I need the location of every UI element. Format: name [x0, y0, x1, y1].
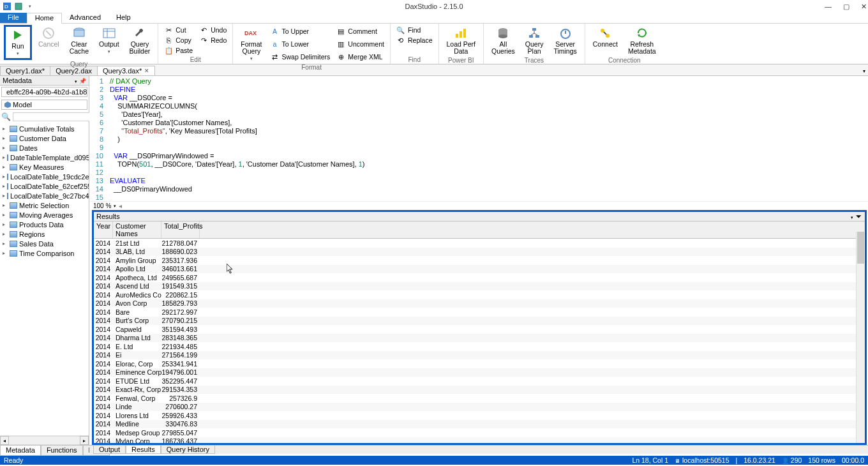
maximize-button[interactable]: ▢ — [843, 3, 849, 11]
tree-item[interactable]: ▸Products Data — [0, 220, 89, 229]
scroll-left-icon[interactable]: ◂ — [0, 436, 9, 445]
all-queries-button[interactable]: All Queries — [488, 25, 519, 56]
tree-item[interactable]: ▸Key Measures — [0, 162, 89, 172]
table-row[interactable]: 2014Linde270600.27 — [94, 403, 865, 412]
table-row[interactable]: 2014Eminence Corp194796.001 — [94, 368, 865, 377]
doctab-dropdown-icon[interactable]: ▾ — [860, 67, 868, 75]
scroll-right-icon[interactable]: ▸ — [80, 436, 89, 445]
database-selector[interactable]: ebffc284-a09b-4b2d-a1b8- ▾ — [1, 87, 87, 97]
tree-item[interactable]: ▸Cumulative Totals — [0, 124, 89, 133]
code-editor[interactable]: 123456789101112131415161718 // DAX Query… — [89, 76, 868, 210]
tree-item[interactable]: ▸Sales Data — [0, 239, 89, 248]
table-row[interactable]: 2014Amylin Group235317.936 — [94, 256, 865, 265]
pin-icon[interactable]: 📌 — [79, 78, 86, 84]
table-row[interactable]: 2014AuroMedics Corp220862.15 — [94, 290, 865, 299]
expand-icon[interactable]: ▸ — [3, 202, 8, 208]
undo-button[interactable]: ↶Undo — [197, 25, 228, 35]
tree-item[interactable]: ▸LocalDateTable_19cdc2e1- — [0, 172, 89, 181]
expand-icon[interactable]: ▸ — [3, 164, 8, 170]
results-v-scrollbar[interactable] — [856, 232, 865, 443]
expand-icon[interactable]: ▸ — [3, 183, 5, 189]
results-pin-icon[interactable]: ⏷ — [855, 213, 862, 220]
cancel-button[interactable]: Cancel — [34, 25, 63, 60]
expand-icon[interactable]: ▸ — [3, 212, 8, 218]
comment-button[interactable]: ▤Comment — [334, 26, 386, 36]
table-row[interactable]: 2014Ascend Ltd191549.315 — [94, 282, 865, 291]
metadata-btab[interactable]: Metadata — [0, 445, 41, 456]
expand-icon[interactable]: ▸ — [3, 231, 8, 237]
load-perf-data-button[interactable]: Load Perf Data — [443, 25, 480, 56]
redo-button[interactable]: ↷Redo — [197, 35, 228, 45]
table-row[interactable]: 2014Apollo Ltd346013.661 — [94, 265, 865, 274]
query-builder-button[interactable]: Query Builder — [126, 25, 154, 60]
cut-button[interactable]: ✂Cut — [162, 25, 195, 35]
table-row[interactable]: 2014Bare292172.997 — [94, 308, 865, 317]
expand-icon[interactable]: ▸ — [3, 145, 8, 151]
table-row[interactable]: 2014ETUDE Ltd352295.447 — [94, 377, 865, 386]
output-btab[interactable]: Results — [126, 445, 161, 454]
h-scrollbar[interactable]: ◂ ▸ — [0, 435, 89, 445]
clear-cache-button[interactable]: Clear Cache — [66, 25, 93, 60]
tab-home[interactable]: Home — [27, 13, 62, 24]
table-row[interactable]: 2014Medsep Group279855.047 — [94, 428, 865, 437]
table-row[interactable]: 2014Burt's Corp270790.215 — [94, 317, 865, 326]
output-btab[interactable]: Output — [93, 445, 126, 454]
expand-icon[interactable]: ▸ — [3, 135, 8, 141]
metadata-search-input[interactable] — [13, 112, 98, 121]
output-button[interactable]: Output▾ — [95, 25, 123, 60]
qat-dropdown-icon[interactable]: ▾ — [26, 2, 34, 11]
table-row[interactable]: 2014Llorens Ltd259926.433 — [94, 411, 865, 420]
expand-icon[interactable]: ▸ — [3, 174, 5, 179]
expand-icon[interactable]: ▸ — [3, 154, 5, 160]
query-plan-button[interactable]: Query Plan — [521, 25, 548, 56]
close-button[interactable]: ✕ — [861, 3, 867, 11]
expand-icon[interactable]: ▸ — [3, 250, 8, 256]
tab-file[interactable]: File — [0, 13, 27, 23]
format-query-button[interactable]: DAX Format Query▾ — [237, 25, 266, 63]
paste-button[interactable]: 📋Paste — [162, 45, 195, 56]
run-button[interactable]: Run▾ — [6, 27, 30, 58]
server-timings-button[interactable]: Server Timings — [550, 25, 580, 56]
table-row[interactable]: 2014E. Ltd221934.485 — [94, 342, 865, 351]
table-row[interactable]: 201421st Ltd212788.047 — [94, 239, 865, 248]
tree-item[interactable]: ▸Time Comparison — [0, 248, 89, 258]
tree-item[interactable]: ▸Dates — [0, 143, 89, 153]
table-row[interactable]: 2014Capweld351594.493 — [94, 325, 865, 334]
table-row[interactable]: 2014Avon Corp185829.793 — [94, 299, 865, 308]
replace-button[interactable]: ⟲Replace — [394, 35, 435, 45]
swap-delimiters-button[interactable]: ⇄Swap Delimiters — [269, 52, 333, 62]
expand-icon[interactable]: ▸ — [3, 193, 5, 199]
table-row[interactable]: 2014Mylan Corp186736.437 — [94, 437, 865, 444]
expand-icon[interactable]: ▸ — [3, 241, 8, 246]
table-row[interactable]: 2014Medline330476.83 — [94, 420, 865, 429]
to-upper-button[interactable]: ATo Upper — [269, 26, 333, 36]
expand-icon[interactable]: ▸ — [3, 126, 8, 132]
table-row[interactable]: 2014Exact-Rx, Corp291534.353 — [94, 386, 865, 395]
table-row[interactable]: 2014Fenwal, Corp257326.9 — [94, 394, 865, 403]
table-row[interactable]: 2014Apotheca, Ltd249565.687 — [94, 273, 865, 282]
tree-item[interactable]: ▸Metric Selection — [0, 200, 89, 210]
tree-item[interactable]: ▸LocalDateTable_9c27bc4b- — [0, 191, 89, 200]
refresh-metadata-button[interactable]: Refresh Metadata — [624, 25, 660, 56]
uncomment-button[interactable]: ▥Uncomment — [334, 39, 386, 49]
editor-code[interactable]: // DAX QueryDEFINE VAR __DS0Core = SUMMA… — [107, 76, 868, 210]
to-lower-button[interactable]: aTo Lower — [269, 39, 333, 49]
expand-icon[interactable]: ▸ — [3, 222, 8, 227]
tree-item[interactable]: ▸LocalDateTable_62cef255-0 — [0, 181, 89, 191]
table-row[interactable]: 2014Ei271564.199 — [94, 351, 865, 360]
metadata-btab[interactable]: Functions — [41, 445, 83, 456]
tab-help[interactable]: Help — [108, 13, 138, 23]
copy-button[interactable]: ⎘Copy — [162, 35, 195, 45]
table-row[interactable]: 2014Dharma Ltd283148.365 — [94, 334, 865, 343]
find-button[interactable]: 🔍Find — [394, 25, 435, 35]
tree-item[interactable]: ▸Moving Averages — [0, 210, 89, 220]
tree-item[interactable]: ▸DateTableTemplate_d095fb — [0, 153, 89, 162]
connect-button[interactable]: Connect — [589, 25, 622, 56]
close-tab-icon[interactable]: ✕ — [144, 68, 149, 74]
output-btab[interactable]: Query History — [161, 445, 215, 454]
tab-advanced[interactable]: Advanced — [62, 13, 108, 23]
qat-save-icon[interactable] — [14, 2, 23, 11]
merge-xml-button[interactable]: ⊕Merge XML — [334, 52, 386, 62]
tree-item[interactable]: ▸Customer Data — [0, 133, 89, 143]
tree-item[interactable]: ▸Regions — [0, 229, 89, 239]
